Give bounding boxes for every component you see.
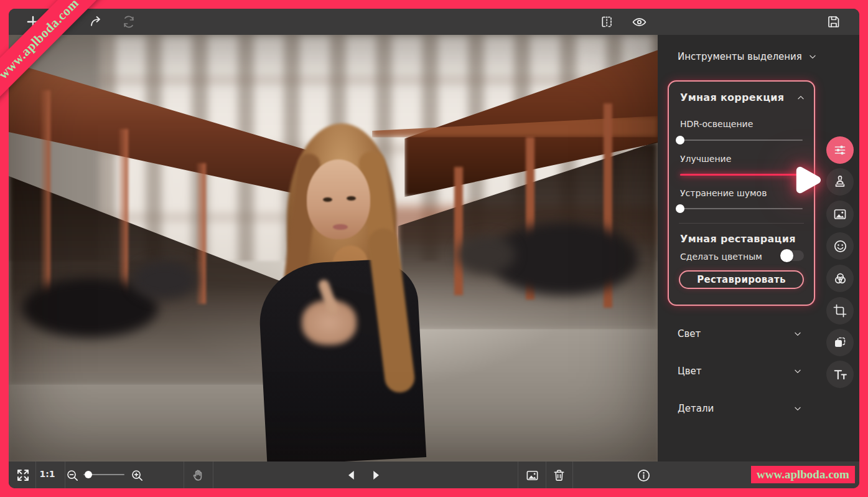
toggle-knob <box>780 249 793 262</box>
app-window: Инструменты выделения Умная коррекция HD… <box>9 9 859 488</box>
section-light[interactable]: Свет <box>678 327 802 341</box>
stamp-icon <box>833 174 847 189</box>
hdr-slider[interactable] <box>680 136 803 144</box>
main-area: Инструменты выделения Умная коррекция HD… <box>9 35 859 462</box>
zoom-ratio-button[interactable]: 1:1 <box>36 469 58 479</box>
chevron-down-icon <box>793 404 802 413</box>
slider-track <box>680 208 803 209</box>
text-icon <box>833 367 848 382</box>
denoise-slider-label: Устранение шумов <box>680 188 767 198</box>
previous-icon <box>345 469 358 481</box>
next-icon <box>370 469 382 481</box>
fit-to-screen-button[interactable] <box>14 466 32 484</box>
smart-restoration-title: Умная реставрация <box>680 233 796 245</box>
enhance-slider[interactable] <box>680 171 803 179</box>
zoom-slider[interactable] <box>83 474 124 475</box>
tool-crop-button[interactable] <box>826 297 854 324</box>
hand-icon <box>191 468 206 483</box>
color-circles-icon <box>833 271 848 286</box>
divider <box>184 462 184 488</box>
trash-icon <box>552 468 566 483</box>
tool-resize-button[interactable] <box>826 329 854 356</box>
save-button[interactable] <box>825 13 842 31</box>
next-image-button[interactable] <box>367 466 385 484</box>
image-icon <box>525 468 539 483</box>
section-light-label: Свет <box>678 328 701 339</box>
hdr-slider-label: HDR-освещение <box>680 119 753 129</box>
denoise-slider[interactable] <box>680 204 803 213</box>
section-details[interactable]: Детали <box>678 402 802 415</box>
zoom-in-icon <box>130 468 144 483</box>
section-color[interactable]: Цвет <box>678 364 802 378</box>
zoom-out-icon <box>65 468 80 483</box>
slider-thumb[interactable] <box>676 136 684 144</box>
refresh-icon <box>121 14 136 29</box>
tool-text-button[interactable] <box>826 361 854 388</box>
adjustments-icon <box>833 143 847 158</box>
chevron-down-icon <box>793 329 802 338</box>
chevron-up-icon <box>796 93 805 102</box>
chevron-down-icon <box>808 52 817 61</box>
image-icon <box>833 207 847 222</box>
smart-correction-title: Умная коррекция <box>680 92 784 103</box>
tool-clone-stamp-button[interactable] <box>826 168 854 196</box>
divider <box>518 462 518 488</box>
compare-icon <box>599 14 614 29</box>
info-icon <box>636 468 651 483</box>
delete-image-button[interactable] <box>550 466 567 484</box>
save-floppy-icon <box>826 14 841 29</box>
slider-track <box>680 140 803 141</box>
slider-thumb[interactable] <box>798 171 807 179</box>
smart-correction-panel: Умная коррекция HDR-освещение Улучшение … <box>668 80 815 306</box>
slider-thumb[interactable] <box>676 204 684 213</box>
zoom-slider-thumb[interactable] <box>85 471 92 478</box>
compare-before-after-button[interactable] <box>598 13 615 31</box>
colorize-label: Сделать цветным <box>680 252 762 262</box>
enhance-slider-label: Улучшение <box>680 154 731 164</box>
watermark-banner: www.aplboda.com <box>751 466 855 483</box>
divider <box>213 462 213 488</box>
selection-tools-label: Инструменты выделения <box>678 51 802 62</box>
hand-tool-button[interactable] <box>190 466 207 484</box>
tool-adjustments-button[interactable] <box>826 136 854 164</box>
reset-button[interactable] <box>120 13 138 31</box>
redo-arrow-icon <box>89 14 104 29</box>
adjustments-panel: Инструменты выделения Умная коррекция HD… <box>658 35 859 462</box>
selection-tools-header[interactable]: Инструменты выделения <box>678 51 817 62</box>
slider-fill <box>680 174 803 176</box>
divider <box>572 462 573 488</box>
smart-correction-collapse[interactable] <box>796 93 805 105</box>
previous-image-button[interactable] <box>343 466 360 484</box>
watermark-text: www.aplboda.com <box>757 468 849 481</box>
photo-vignette <box>9 35 658 462</box>
redo-button[interactable] <box>88 13 105 31</box>
section-color-label: Цвет <box>678 366 701 377</box>
info-button[interactable] <box>635 466 652 484</box>
bottom-toolbar: 1:1 <box>9 462 859 488</box>
resize-icon <box>833 335 847 350</box>
smiley-icon <box>833 239 848 254</box>
section-details-label: Детали <box>678 403 714 414</box>
chevron-down-icon <box>793 367 802 376</box>
top-toolbar <box>9 9 859 35</box>
tool-face-retouch-button[interactable] <box>826 232 854 260</box>
zoom-out-button[interactable] <box>63 466 81 484</box>
restore-button[interactable]: Реставрировать <box>679 270 804 289</box>
crop-icon <box>833 303 847 318</box>
preview-original-button[interactable] <box>630 13 648 31</box>
image-manager-button[interactable] <box>523 466 541 484</box>
divider <box>546 462 546 488</box>
zoom-in-button[interactable] <box>128 466 146 484</box>
fit-screen-icon <box>16 468 30 483</box>
tool-image-background-button[interactable] <box>826 201 854 228</box>
colorize-toggle[interactable] <box>781 250 804 261</box>
divider <box>679 223 804 224</box>
photo-canvas[interactable] <box>9 35 658 462</box>
eye-icon <box>632 14 647 30</box>
tool-effects-button[interactable] <box>826 265 854 292</box>
